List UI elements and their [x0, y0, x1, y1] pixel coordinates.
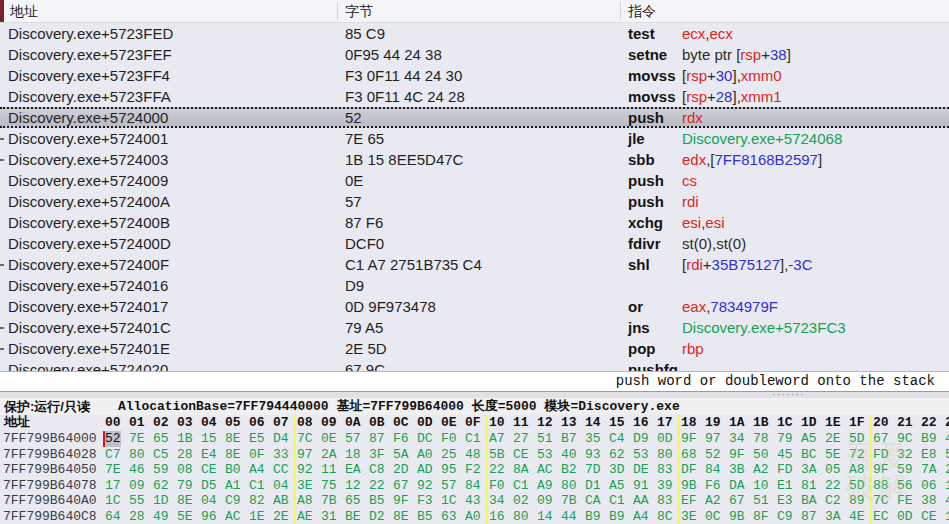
hex-byte[interactable]: 9F [729, 447, 753, 463]
hex-byte[interactable]: 22 [825, 478, 849, 494]
hex-byte[interactable]: F6 [393, 431, 417, 447]
hex-byte[interactable]: 7B [321, 493, 345, 509]
hex-byte[interactable]: 53 [537, 447, 561, 463]
hex-byte[interactable]: 65 [345, 493, 369, 509]
hex-byte[interactable]: 44 [561, 509, 585, 524]
hex-byte[interactable]: C1 [513, 478, 537, 494]
disasm-row[interactable]: Discovery.exe+572400A57pushrdi [0, 191, 949, 212]
hex-byte[interactable]: DE [633, 462, 657, 478]
hex-byte[interactable]: C5 [153, 447, 177, 463]
disasm-row[interactable]: Discovery.exe+57240090Epushcs [0, 170, 949, 191]
hex-byte[interactable]: 0C [705, 509, 729, 524]
hex-byte[interactable]: 8A [513, 462, 537, 478]
hex-byte[interactable]: 59 [153, 462, 177, 478]
hex-byte[interactable]: 5E [825, 447, 849, 463]
hex-byte[interactable]: 14 [537, 509, 561, 524]
hex-byte[interactable]: 80 [513, 509, 537, 524]
hex-byte[interactable]: 28 [177, 447, 201, 463]
hex-byte[interactable]: 02 [513, 493, 537, 509]
hex-byte[interactable]: AE [297, 509, 321, 524]
disasm-row[interactable]: Discovery.exe+5723FED85 C9testecx,ecx [0, 23, 949, 44]
hex-byte[interactable]: B5 [369, 493, 393, 509]
hex-byte[interactable]: BA [801, 493, 825, 509]
hex-byte[interactable]: A1 [225, 478, 249, 494]
hex-byte[interactable]: 46 [129, 462, 153, 478]
hex-byte[interactable]: 80 [561, 478, 585, 494]
disasm-row[interactable]: Discovery.exe+57240031B 15 8EE5D47Csbbed… [0, 149, 949, 170]
hex-byte[interactable]: E4 [201, 447, 225, 463]
hex-byte[interactable]: 1E [249, 509, 273, 524]
hex-byte[interactable]: CE [201, 462, 225, 478]
hex-byte[interactable]: 80 [129, 447, 153, 463]
hex-byte[interactable]: 79 [777, 431, 801, 447]
hex-byte[interactable]: A0 [417, 447, 441, 463]
hex-byte[interactable]: 7A [921, 462, 945, 478]
hex-byte[interactable]: 0E [321, 431, 345, 447]
hex-byte[interactable]: CA [585, 493, 609, 509]
hex-byte[interactable]: 9B [729, 509, 753, 524]
hex-byte[interactable]: 06 [921, 478, 945, 494]
hex-byte[interactable]: 51 [753, 493, 777, 509]
hex-byte[interactable]: AC [225, 509, 249, 524]
hex-byte[interactable]: A2 [753, 462, 777, 478]
hex-byte[interactable]: 1 [945, 478, 949, 494]
hex-byte[interactable]: D9 [633, 431, 657, 447]
disasm-row[interactable]: Discovery.exe+572400B87 F6xchgesi,esi [0, 212, 949, 233]
hex-byte[interactable]: E3 [777, 493, 801, 509]
hex-byte[interactable]: 97 [705, 431, 729, 447]
hex-byte[interactable]: 84 [705, 462, 729, 478]
hex-byte[interactable]: 92 [297, 462, 321, 478]
hex-byte[interactable]: A2 [705, 493, 729, 509]
hex-byte[interactable]: 05 [825, 462, 849, 478]
hex-byte[interactable]: C9 [225, 493, 249, 509]
hex-byte[interactable]: 3A [825, 509, 849, 524]
hex-byte[interactable]: B9 [585, 509, 609, 524]
disasm-row[interactable]: Discovery.exe+572400052pushrdx [0, 107, 949, 128]
hex-byte[interactable]: 31 [321, 509, 345, 524]
hex-byte[interactable]: 1D [153, 493, 177, 509]
hex-row-address[interactable]: 7FF799B64078 [0, 478, 105, 494]
hex-byte[interactable]: 57 [441, 478, 465, 494]
hex-byte[interactable]: C9 [777, 509, 801, 524]
hex-byte[interactable]: 97 [297, 447, 321, 463]
hex-byte[interactable]: 9C [897, 431, 921, 447]
hex-byte[interactable]: 53 [633, 447, 657, 463]
hex-byte[interactable]: D5 [201, 478, 225, 494]
hex-byte[interactable]: A9 [537, 478, 561, 494]
hex-byte[interactable]: B5 [417, 509, 441, 524]
hex-byte[interactable]: 9B [681, 478, 705, 494]
hex-byte[interactable]: 8E [225, 431, 249, 447]
hex-byte[interactable]: 7C [873, 493, 897, 509]
hex-byte[interactable]: 52 [705, 447, 729, 463]
hex-byte[interactable]: 04 [201, 493, 225, 509]
hex-byte[interactable]: 27 [513, 431, 537, 447]
hex-byte[interactable]: F0 [489, 478, 513, 494]
hex-byte[interactable]: C7 [105, 447, 129, 463]
hex-byte[interactable]: EF [681, 493, 705, 509]
hex-byte[interactable]: 59 [897, 462, 921, 478]
hex-byte[interactable]: 75 [321, 478, 345, 494]
hex-byte[interactable]: 34 [729, 431, 753, 447]
disasm-row[interactable]: Discovery.exe+57240170D 9F973478oreax,78… [0, 296, 949, 317]
hex-byte[interactable]: 38 [921, 493, 945, 509]
hex-byte[interactable]: 50 [753, 447, 777, 463]
hex-byte[interactable]: 11 [321, 462, 345, 478]
hex-byte[interactable]: 1C [105, 493, 129, 509]
hex-byte[interactable]: 5E [177, 509, 201, 524]
hex-byte[interactable]: C2 [825, 493, 849, 509]
hex-byte[interactable]: 40 [561, 447, 585, 463]
column-header-address[interactable]: 地址 [10, 0, 38, 22]
hex-byte[interactable]: A5 [609, 478, 633, 494]
hex-byte[interactable]: B2 [561, 462, 585, 478]
hex-byte[interactable]: 9F [393, 493, 417, 509]
disasm-row[interactable]: Discovery.exe+572400FC1 A7 2751B735 C4sh… [0, 254, 949, 275]
hex-byte[interactable]: FE [897, 493, 921, 509]
hex-byte[interactable]: BC [801, 447, 825, 463]
hex-byte[interactable]: 25 [441, 447, 465, 463]
hex-byte[interactable]: FD [873, 447, 897, 463]
hex-byte[interactable]: 3E [681, 509, 705, 524]
hex-byte[interactable]: 3A [801, 462, 825, 478]
hex-byte[interactable]: DA [729, 478, 753, 494]
disasm-row[interactable]: Discovery.exe+57240017E 65jleDiscovery.e… [0, 128, 949, 149]
hex-byte[interactable]: 9F [681, 431, 705, 447]
